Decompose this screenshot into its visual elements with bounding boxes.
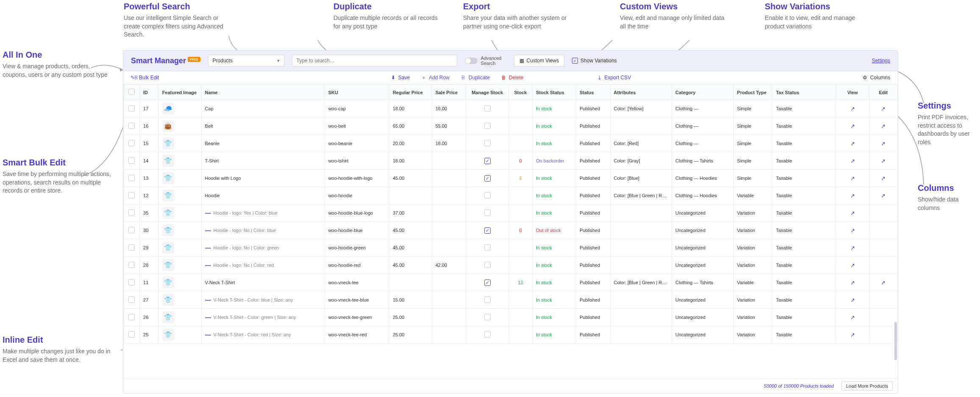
cell-sale-price[interactable] bbox=[432, 152, 466, 170]
cell-category[interactable]: Clothing — bbox=[672, 117, 734, 135]
column-header[interactable]: Regular Price bbox=[389, 85, 432, 100]
cell-product-type[interactable]: Simple bbox=[733, 117, 772, 135]
cell-tax-status[interactable]: Taxable bbox=[772, 135, 836, 152]
cell-tax-status[interactable]: Taxable bbox=[772, 291, 836, 309]
column-header[interactable]: Category bbox=[672, 85, 734, 100]
manage-stock-checkbox[interactable]: ✓ bbox=[484, 175, 491, 182]
view-link-icon[interactable]: ↗ bbox=[850, 227, 855, 234]
cell-sku[interactable]: woo-beanie bbox=[325, 135, 389, 152]
column-header[interactable]: Tax Status bbox=[772, 85, 836, 100]
view-link-icon[interactable]: ↗ bbox=[850, 280, 855, 286]
stock-value[interactable]: 12 bbox=[518, 280, 523, 285]
cell-product-type[interactable]: Variation bbox=[733, 222, 772, 239]
cell-category[interactable]: Clothing — Hoodies bbox=[672, 170, 734, 187]
featured-image-thumb[interactable]: 👕 bbox=[162, 172, 174, 184]
cell-tax-status[interactable]: Taxable bbox=[772, 117, 836, 135]
cell-sku[interactable]: woo-vneck-tee-blue bbox=[325, 291, 389, 309]
cell-category[interactable]: Clothing — Hoodies bbox=[672, 187, 734, 204]
cell-regular-price[interactable]: 37.00 bbox=[389, 204, 432, 222]
stock-status[interactable]: In stock bbox=[536, 193, 552, 198]
column-header[interactable] bbox=[124, 85, 140, 100]
cell-sale-price[interactable] bbox=[432, 170, 466, 187]
stock-status[interactable]: In stock bbox=[536, 245, 552, 250]
row-checkbox[interactable] bbox=[128, 331, 135, 338]
cell-category[interactable]: Uncategorized bbox=[672, 239, 734, 257]
edit-link-icon[interactable]: ↗ bbox=[881, 123, 886, 129]
cell-attributes[interactable]: Color: [Yellow] bbox=[610, 100, 672, 117]
column-header[interactable]: Name bbox=[201, 85, 325, 100]
cell-tax-status[interactable]: Taxable bbox=[772, 222, 836, 239]
post-type-dropdown[interactable]: Products ▾ bbox=[208, 55, 284, 67]
product-name[interactable]: Hoodie bbox=[205, 193, 220, 198]
cell-sale-price[interactable] bbox=[432, 222, 466, 239]
column-header[interactable]: Manage Stock bbox=[466, 85, 509, 100]
featured-image-thumb[interactable]: 👕 bbox=[162, 155, 174, 167]
cell-id[interactable]: 14 bbox=[140, 152, 159, 170]
custom-views-button[interactable]: ▦ Custom Views bbox=[514, 55, 564, 67]
featured-image-thumb[interactable]: 🧢 bbox=[162, 103, 174, 115]
stock-value[interactable]: 0 bbox=[519, 158, 522, 163]
cell-attributes[interactable] bbox=[610, 222, 672, 239]
cell-tax-status[interactable]: Taxable bbox=[772, 326, 836, 344]
stock-status[interactable]: In stock bbox=[536, 210, 552, 215]
cell-id[interactable]: 29 bbox=[140, 239, 159, 257]
cell-product-type[interactable]: Variation bbox=[733, 239, 772, 257]
row-checkbox[interactable] bbox=[128, 244, 135, 251]
cell-category[interactable]: Clothing — Tshirts bbox=[672, 152, 734, 170]
stock-status[interactable]: In stock bbox=[536, 176, 552, 181]
cell-status[interactable]: Published bbox=[576, 326, 610, 344]
cell-tax-status[interactable]: Taxable bbox=[772, 204, 836, 222]
manage-stock-checkbox[interactable] bbox=[484, 331, 491, 338]
export-csv-button[interactable]: ⤓ Export CSV bbox=[597, 75, 631, 81]
manage-stock-checkbox[interactable] bbox=[484, 296, 491, 303]
cell-tax-status[interactable]: Taxable bbox=[772, 239, 836, 257]
cell-id[interactable]: 35 bbox=[140, 204, 159, 222]
featured-image-thumb[interactable]: 👕 bbox=[162, 242, 174, 254]
cell-product-type[interactable]: Simple bbox=[733, 100, 772, 117]
cell-id[interactable]: 25 bbox=[140, 326, 159, 344]
cell-status[interactable]: Published bbox=[576, 135, 610, 152]
column-header[interactable]: Stock Status bbox=[532, 85, 576, 100]
cell-status[interactable]: Published bbox=[576, 239, 610, 257]
cell-attributes[interactable] bbox=[610, 204, 672, 222]
product-name[interactable]: Cap bbox=[205, 106, 214, 111]
cell-category[interactable]: Uncategorized bbox=[672, 309, 734, 326]
cell-regular-price[interactable] bbox=[389, 274, 432, 291]
row-checkbox[interactable] bbox=[128, 262, 135, 268]
cell-category[interactable]: Clothing — Tshirts bbox=[672, 274, 734, 291]
cell-status[interactable]: Published bbox=[576, 117, 610, 135]
save-button[interactable]: ⬇ Save bbox=[390, 75, 410, 81]
cell-id[interactable]: 17 bbox=[140, 100, 159, 117]
cell-category[interactable]: Uncategorized bbox=[672, 204, 734, 222]
cell-status[interactable]: Published bbox=[576, 291, 610, 309]
product-name[interactable]: V-Neck T-Shirt - Color: blue | Size: any bbox=[214, 297, 293, 302]
cell-tax-status[interactable]: Taxable bbox=[772, 274, 836, 291]
cell-id[interactable]: 11 bbox=[140, 274, 159, 291]
cell-category[interactable]: Clothing — bbox=[672, 100, 734, 117]
edit-link-icon[interactable]: ↗ bbox=[881, 158, 886, 164]
cell-category[interactable]: Uncategorized bbox=[672, 257, 734, 274]
cell-product-type[interactable]: Simple bbox=[733, 135, 772, 152]
featured-image-thumb[interactable]: 👜 bbox=[162, 120, 174, 132]
cell-sku[interactable]: woo-vneck-tee-red bbox=[325, 326, 389, 344]
cell-regular-price[interactable]: 45.00 bbox=[389, 222, 432, 239]
cell-product-type[interactable]: Variation bbox=[733, 291, 772, 309]
cell-sku[interactable]: woo-hoodie-red bbox=[325, 257, 389, 274]
column-header[interactable]: SKU bbox=[325, 85, 389, 100]
cell-attributes[interactable]: Color: [Blue | Green | Red] bbox=[610, 187, 672, 204]
product-name[interactable]: Hoodie - logo: Yes | Color: blue bbox=[214, 210, 278, 215]
stock-status[interactable]: In stock bbox=[536, 141, 552, 146]
manage-stock-checkbox[interactable] bbox=[484, 262, 491, 268]
cell-id[interactable]: 28 bbox=[140, 257, 159, 274]
bulk-edit-button[interactable]: ✎⎘ Bulk Edit bbox=[131, 75, 159, 81]
edit-link-icon[interactable]: ↗ bbox=[881, 175, 886, 182]
cell-product-type[interactable]: Simple bbox=[733, 170, 772, 187]
manage-stock-checkbox[interactable] bbox=[484, 105, 491, 112]
view-link-icon[interactable]: ↗ bbox=[850, 332, 855, 338]
cell-category[interactable]: Clothing — bbox=[672, 135, 734, 152]
cell-id[interactable]: 27 bbox=[140, 291, 159, 309]
manage-stock-checkbox[interactable]: ✓ bbox=[484, 158, 491, 164]
product-name[interactable]: Hoodie - logo: No | Color: green bbox=[214, 245, 279, 250]
stock-value[interactable]: 0 bbox=[519, 228, 522, 233]
cell-attributes[interactable] bbox=[610, 291, 672, 309]
